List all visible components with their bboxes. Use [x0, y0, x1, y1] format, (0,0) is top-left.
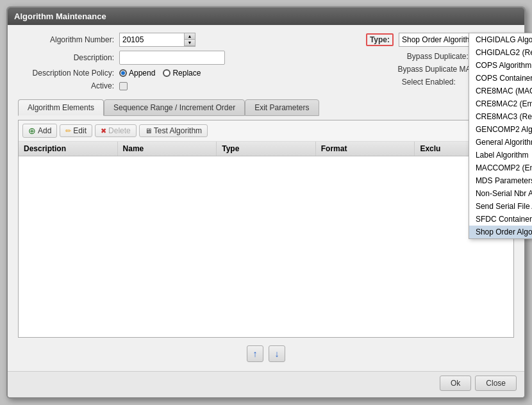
bypass-dup-max-label: Bypass Duplicate MAX:	[366, 65, 478, 74]
add-button[interactable]: ⊕ Add	[22, 124, 57, 138]
algo-number-down[interactable]: ▼	[185, 40, 195, 46]
dropdown-item-8[interactable]: General Algorithm	[469, 136, 532, 149]
algo-number-up[interactable]: ▲	[185, 33, 195, 40]
table-body	[19, 156, 513, 337]
algo-number-spinner: ▲ ▼	[184, 33, 195, 46]
tabs-row: Algorithm Elements Sequence Range / Incr…	[18, 99, 514, 116]
dropdown-item-12[interactable]: Non-Serial Nbr Algorithm	[469, 187, 532, 200]
radio-append[interactable]: Append	[119, 69, 155, 78]
table-header: Description Name Type Format Exclu	[19, 142, 513, 156]
algo-number-label: Algorithm Number:	[18, 35, 114, 44]
algo-number-input-wrap: ▲ ▼	[119, 33, 195, 47]
dropdown-item-4[interactable]: CRE8MAC (MAC ID)	[469, 85, 532, 97]
desc-note-policy-label: Description Note Policy:	[18, 69, 114, 78]
toolbar: ⊕ Add ✏ Edit ✖ Delete 🖥 Test Algorithm	[19, 120, 513, 142]
bypass-dup-label: Bypass Duplicate:	[366, 52, 469, 61]
dropdown-item-11[interactable]: MDS Parameters Only	[469, 174, 532, 187]
test-label: Test Algorithm	[154, 126, 202, 135]
select-enabled-label: Select Enabled:	[366, 78, 456, 87]
algorithm-maintenance-dialog: Algorithm Maintenance Algorithm Number: …	[6, 6, 526, 399]
delete-icon: ✖	[101, 127, 106, 135]
radio-append-circle	[119, 69, 127, 77]
dropdown-item-2[interactable]: COPS Algorithm	[469, 59, 532, 72]
dialog-footer: Ok Close	[8, 371, 524, 397]
algo-number-input[interactable]	[120, 33, 184, 46]
description-label: Description:	[18, 53, 114, 62]
left-form: Algorithm Number: ▲ ▼ Description:	[18, 33, 225, 90]
col-format: Format	[316, 142, 415, 156]
ok-button[interactable]: Ok	[440, 376, 471, 391]
close-button[interactable]: Close	[475, 376, 517, 391]
dropdown-item-15[interactable]: Shop Order Algorithm	[469, 226, 532, 238]
description-row: Description:	[18, 51, 225, 65]
down-arrow-icon: ↓	[275, 349, 279, 359]
tab-algo-elements[interactable]: Algorithm Elements	[18, 99, 104, 116]
bottom-nav: ↑ ↓	[18, 342, 514, 366]
type-dropdown-menu: CHGIDALG Algorithm CHGIDALG2 (Ref Des) C…	[469, 33, 532, 239]
delete-label: Delete	[108, 126, 131, 135]
add-icon: ⊕	[28, 126, 36, 136]
type-label: Type:	[366, 33, 394, 46]
desc-note-policy-row: Description Note Policy: Append Replace	[18, 69, 225, 78]
dropdown-item-1[interactable]: CHGIDALG2 (Ref Des)	[469, 46, 532, 59]
algo-number-row: Algorithm Number: ▲ ▼	[18, 33, 225, 47]
col-type: Type	[217, 142, 316, 156]
dialog-title: Algorithm Maintenance	[14, 12, 106, 21]
dropdown-item-13[interactable]: Send Serial File Algorithm	[469, 200, 532, 213]
dropdown-item-5[interactable]: CRE8MAC2 (Email)	[469, 97, 532, 110]
add-label: Add	[38, 126, 51, 135]
col-description: Description	[19, 142, 118, 156]
edit-icon: ✏	[65, 127, 71, 135]
dropdown-item-10[interactable]: MACCOMP2 (Email)	[469, 161, 532, 174]
dialog-titlebar: Algorithm Maintenance	[8, 8, 524, 25]
dropdown-item-9[interactable]: Label Algorithm	[469, 149, 532, 161]
dropdown-item-14[interactable]: SFDC Container Algorithm	[469, 213, 532, 226]
description-input[interactable]	[119, 51, 225, 65]
active-checkbox[interactable]	[119, 82, 128, 90]
active-row: Active:	[18, 81, 225, 90]
type-row: Type: Shop Order Algorithm ▼ CHGIDALG Al…	[366, 33, 514, 47]
tab-seq-range[interactable]: Sequence Range / Increment Order	[104, 99, 245, 116]
delete-button[interactable]: ✖ Delete	[95, 124, 137, 137]
dropdown-item-0[interactable]: CHGIDALG Algorithm	[469, 33, 532, 46]
radio-append-label: Append	[129, 69, 155, 78]
radio-replace-label: Replace	[172, 69, 201, 78]
top-form-area: Algorithm Number: ▲ ▼ Description:	[18, 33, 514, 90]
tab-exit-params[interactable]: Exit Parameters	[245, 99, 319, 116]
dropdown-item-6[interactable]: CRE8MAC3 (Reuse MAC IDs)	[469, 110, 532, 123]
test-algorithm-button[interactable]: 🖥 Test Algorithm	[139, 124, 208, 137]
edit-button[interactable]: ✏ Edit	[60, 124, 92, 137]
col-name: Name	[118, 142, 217, 156]
nav-down-button[interactable]: ↓	[269, 345, 285, 362]
dialog-body: Algorithm Number: ▲ ▼ Description:	[8, 25, 524, 371]
edit-label: Edit	[73, 126, 87, 135]
dropdown-item-7[interactable]: GENCOMP2 Algorithm	[469, 123, 532, 136]
up-arrow-icon: ↑	[253, 349, 258, 359]
dropdown-item-3[interactable]: COPS Container Algorithm	[469, 72, 532, 85]
right-form: Type: Shop Order Algorithm ▼ CHGIDALG Al…	[366, 33, 514, 87]
tab-content: ⊕ Add ✏ Edit ✖ Delete 🖥 Test Algorithm	[18, 120, 514, 338]
desc-note-policy-radio-group: Append Replace	[119, 69, 201, 78]
radio-replace-circle	[163, 69, 170, 77]
test-icon: 🖥	[145, 127, 152, 135]
active-label: Active:	[18, 81, 114, 90]
nav-up-button[interactable]: ↑	[247, 345, 263, 362]
radio-replace[interactable]: Replace	[163, 69, 201, 78]
